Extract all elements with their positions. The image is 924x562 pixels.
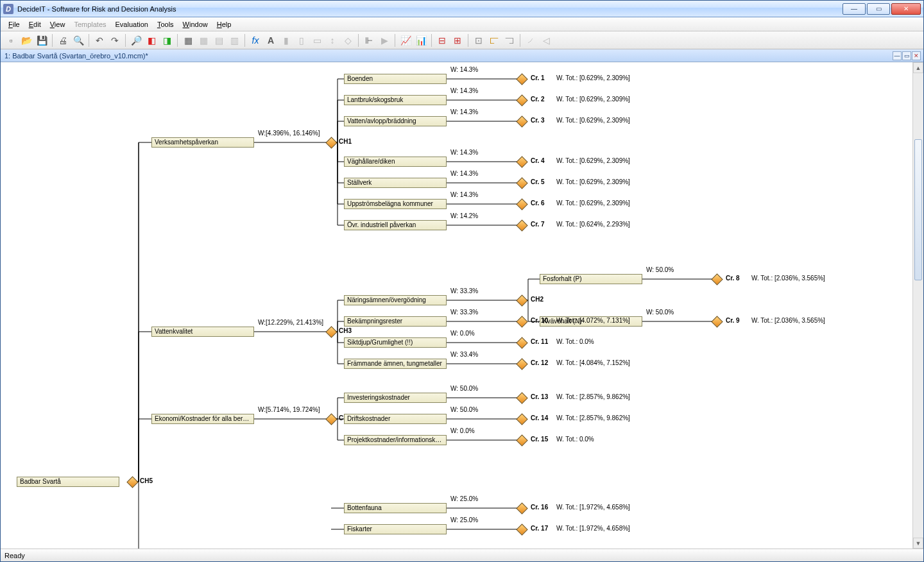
- diamond-tail-1[interactable]: [516, 524, 527, 535]
- tb-preview[interactable]: 🔍: [71, 33, 85, 47]
- diamond-sub-1[interactable]: [711, 316, 723, 327]
- node-leaf-1-0[interactable]: Näringsämnen/övergödning: [344, 295, 447, 305]
- diamond-cr-2-0[interactable]: [516, 392, 527, 404]
- node-leaf-2-0[interactable]: Investeringskostnader: [344, 393, 447, 403]
- diamond-cr-2-1[interactable]: [516, 413, 527, 425]
- vertical-scrollbar[interactable]: ▲ ▼: [912, 62, 923, 549]
- diamond-cr-1-2[interactable]: [516, 337, 527, 348]
- diamond-root[interactable]: [126, 476, 138, 488]
- diamond-cr-1-1[interactable]: [516, 316, 527, 327]
- menu-edit[interactable]: Edit: [25, 19, 45, 30]
- node-leaf-0-3[interactable]: Väghållare/diken: [344, 157, 447, 167]
- node-group-2[interactable]: Ekonomi/Kostnader för alla berö…: [151, 414, 254, 424]
- node-leaf-0-4[interactable]: Ställverk: [344, 178, 447, 188]
- node-leaf-0-5[interactable]: Uppströmsbelägna kommuner: [344, 199, 447, 209]
- titlebar[interactable]: D DecideIT - Software for Risk and Decis…: [1, 1, 923, 17]
- node-leaf-2-1[interactable]: Driftskostnader: [344, 414, 447, 424]
- tb-eval-b[interactable]: ◨: [160, 33, 174, 47]
- tb-tree2[interactable]: ⊞: [450, 33, 465, 47]
- w-group-2: W:[5.714%, 19.724%]: [258, 406, 320, 413]
- diamond-cr-0-2[interactable]: [516, 115, 527, 127]
- tb-misc1[interactable]: ⊡: [472, 33, 486, 47]
- node-leaf-1-2[interactable]: Siktdjup/Grumlighet (!!): [344, 337, 447, 348]
- diamond-cr-1-3[interactable]: [516, 358, 527, 370]
- tb-grid-1[interactable]: ▦: [181, 33, 195, 47]
- tb-save[interactable]: 💾: [35, 33, 49, 47]
- menu-evaluation[interactable]: Evaluation: [112, 19, 152, 30]
- tb-hist[interactable]: ⊩: [362, 33, 376, 47]
- node-leaf-0-2[interactable]: Vatten/avlopp/bräddning: [344, 116, 447, 126]
- tb-print[interactable]: 🖨: [56, 33, 70, 47]
- node-leaf-1-3[interactable]: Främmande ämnen, tungmetaller: [344, 359, 447, 369]
- tb-grid-3[interactable]: ▤: [212, 33, 226, 47]
- tb-ax[interactable]: ↕: [325, 33, 339, 47]
- diamond-cr-2-2[interactable]: [516, 434, 527, 446]
- tb-g2[interactable]: ◁: [539, 33, 553, 47]
- diamond-tail-0[interactable]: [516, 502, 527, 514]
- diamond-cr-0-1[interactable]: [516, 94, 527, 106]
- maximize-button[interactable]: ▭: [867, 3, 890, 15]
- node-leaf-0-6[interactable]: Övr. industriell påverkan: [344, 220, 447, 230]
- cr-tail-0: Cr. 16: [531, 504, 548, 511]
- diamond-ch2[interactable]: [516, 294, 527, 306]
- node-group-0[interactable]: Verksamhetspåverkan: [151, 137, 254, 148]
- diamond-cr-0-6[interactable]: [516, 219, 527, 231]
- diamond-group-2[interactable]: [325, 413, 337, 425]
- scroll-up-icon[interactable]: ▲: [913, 62, 923, 73]
- scroll-thumb[interactable]: [914, 139, 922, 280]
- node-leaf-0-0[interactable]: Boenden: [344, 74, 447, 84]
- tb-chart2[interactable]: 📊: [414, 33, 428, 47]
- w-leaf-0-1: W: 14.3%: [450, 87, 478, 94]
- tb-g1[interactable]: ⟋: [524, 33, 538, 47]
- tb-new[interactable]: ▫: [4, 33, 18, 47]
- node-tail-1[interactable]: Fiskarter: [344, 524, 447, 534]
- node-leaf-2-2[interactable]: Projektkostnader/informationskos…: [344, 435, 447, 445]
- minimize-button[interactable]: —: [843, 3, 866, 15]
- node-leaf-1-1[interactable]: Bekämpningsrester: [344, 316, 447, 327]
- doc-close-icon[interactable]: ✕: [912, 51, 921, 60]
- tb-chart1[interactable]: 📈: [398, 33, 413, 47]
- document-tab[interactable]: 1: Badbar Svartå (Svartan_örebro_v10.mcm…: [1, 49, 923, 62]
- menu-tools[interactable]: Tools: [153, 19, 178, 30]
- node-root[interactable]: Badbar Svartå: [17, 477, 119, 487]
- tb-fx[interactable]: fx: [248, 33, 262, 47]
- diamond-cr-0-5[interactable]: [516, 198, 527, 210]
- tb-col3[interactable]: ▭: [310, 33, 324, 47]
- tb-tree1[interactable]: ⊟: [435, 33, 449, 47]
- tb-play[interactable]: ▶: [377, 33, 391, 47]
- tb-grid-2[interactable]: ▦: [196, 33, 210, 47]
- node-sub-0[interactable]: Fosforhalt (P): [540, 274, 642, 284]
- doc-min-icon[interactable]: —: [893, 51, 902, 60]
- node-leaf-0-1[interactable]: Lantbruk/skogsbruk: [344, 95, 447, 105]
- diamond-cr-0-4[interactable]: [516, 177, 527, 189]
- tb-col2[interactable]: ▯: [295, 33, 309, 47]
- tb-undo[interactable]: ↶: [92, 33, 107, 47]
- menu-view[interactable]: View: [46, 19, 69, 30]
- tb-open[interactable]: 📂: [19, 33, 33, 47]
- doc-max-icon[interactable]: ▭: [902, 51, 911, 60]
- node-tail-0[interactable]: Bottenfauna: [344, 503, 447, 513]
- tb-grid-4[interactable]: ▥: [227, 33, 241, 47]
- tb-node[interactable]: ◇: [341, 33, 355, 47]
- menu-file[interactable]: File: [4, 19, 24, 30]
- tb-eval-a[interactable]: ◧: [144, 33, 158, 47]
- tb-zoom[interactable]: 🔎: [129, 33, 143, 47]
- menu-help[interactable]: Help: [213, 19, 235, 30]
- node-group-1[interactable]: Vattenkvalitet: [151, 327, 254, 337]
- menu-window[interactable]: Window: [179, 19, 212, 30]
- diamond-cr-0-3[interactable]: [516, 156, 527, 167]
- tb-redo[interactable]: ↷: [108, 33, 122, 47]
- diamond-group-0[interactable]: [325, 137, 337, 148]
- decision-tree-canvas[interactable]: Badbar SvartåCH5VerksamhetspåverkanW:[4.…: [1, 62, 912, 549]
- close-button[interactable]: ✕: [891, 3, 921, 15]
- scroll-down-icon[interactable]: ▼: [913, 538, 923, 549]
- tb-col1[interactable]: ▮: [279, 33, 293, 47]
- tb-text[interactable]: A: [264, 33, 278, 47]
- diamond-sub-0[interactable]: [711, 273, 723, 285]
- w-leaf-1-1: W: 33.3%: [450, 309, 478, 316]
- tot-2-2: W. Tot.: 0.0%: [556, 436, 594, 443]
- diamond-cr-0-0[interactable]: [516, 73, 527, 85]
- tb-misc3[interactable]: ⫎: [502, 33, 517, 47]
- diamond-group-1[interactable]: [325, 326, 337, 337]
- tb-misc2[interactable]: ⫍: [487, 33, 501, 47]
